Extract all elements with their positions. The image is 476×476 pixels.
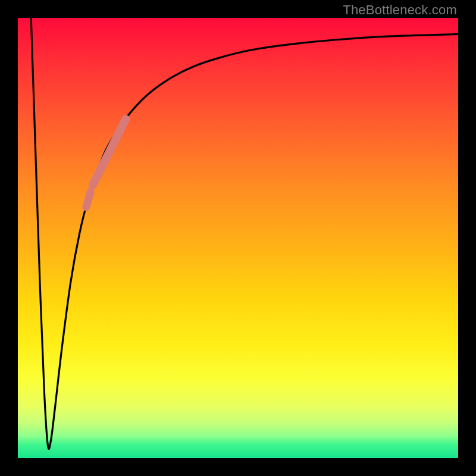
- chart-container: TheBottleneck.com: [0, 0, 476, 476]
- bottleneck-curve: [31, 18, 458, 449]
- plot-area: [18, 18, 458, 458]
- highlight-segment-upper: [93, 119, 126, 185]
- watermark-text: TheBottleneck.com: [343, 2, 457, 18]
- curve-layer: [18, 18, 458, 458]
- highlight-segment-lower: [86, 192, 90, 207]
